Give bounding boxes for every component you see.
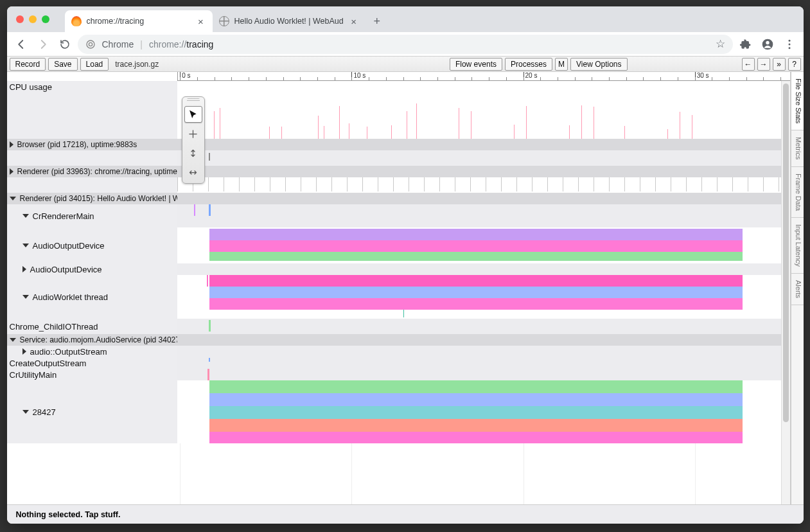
filename-label: trace.json.gz [115,60,159,69]
profile-icon[interactable] [759,35,777,53]
audio-output-device-row-1[interactable]: AudioOutputDevice [7,227,790,263]
chrome-icon [85,39,96,49]
forward-button[interactable] [34,35,52,53]
tab-title: chrome://tracing [87,17,191,26]
extensions-icon[interactable] [737,35,755,53]
chrome-child-io-row[interactable]: Chrome_ChildIOThread [7,319,790,334]
tracks-scroll[interactable]: CPU usage Browser (pid 17218), uptime:98… [7,81,790,504]
tab-strip: chrome://tracing × Hello Audio Worklet! … [7,6,804,32]
omnibox-url: chrome://tracing [149,39,213,49]
svg-point-3 [766,40,769,44]
side-tab-filesize[interactable]: File Size Stats [791,72,804,130]
process-header-renderer-audio[interactable]: Renderer (pid 34015): Hello Audio Workle… [7,193,790,204]
tab-close-icon[interactable]: × [349,16,359,27]
kebab-menu-icon[interactable] [780,35,798,53]
tracing-toolbar: Record Save Load trace.json.gz Flow even… [7,57,804,72]
svg-point-6 [788,47,790,49]
thread-28427-row[interactable]: 28427 [7,380,790,443]
time-ruler[interactable]: 0 s10 s20 s30 s [177,72,790,81]
pointer-tool[interactable] [184,106,202,123]
side-tab-framedata[interactable]: Frame Data [791,167,804,218]
svg-point-5 [788,43,790,45]
process-header-browser[interactable]: Browser (pid 17218), uptime:9883s X [7,139,790,150]
help-button[interactable]: ? [788,58,801,71]
rows: CPU usage Browser (pid 17218), uptime:98… [7,81,790,443]
address-bar[interactable]: Chrome | chrome://tracing ☆ [78,35,733,54]
cpu-usage-track[interactable] [177,81,790,139]
create-output-stream-row[interactable]: CreateOutputStream [7,357,790,369]
cpu-usage-label: CPU usage [7,81,177,139]
new-tab-button[interactable]: + [368,12,386,30]
vertical-scrollbar[interactable] [781,81,790,504]
tab-title: Hello Audio Worklet! | WebAud [234,17,344,26]
audio-output-device-row-2[interactable]: AudioOutputDevice [7,263,790,275]
window-minimize[interactable] [29,15,37,23]
pan-tool[interactable] [184,125,202,142]
tabs: chrome://tracing × Hello Audio Worklet! … [65,6,389,32]
processes-button[interactable]: Processes [505,58,552,71]
favicon-icon [219,16,229,26]
reload-button[interactable] [56,35,74,53]
timing-tool[interactable] [184,164,202,181]
arrow-right-button[interactable]: → [757,58,770,71]
record-button[interactable]: Record [10,58,46,71]
tab-tracing[interactable]: chrome://tracing × [65,10,213,32]
m-button[interactable]: M [555,58,568,71]
renderer-tracing-ticks [7,177,790,193]
view-options-button[interactable]: View Options [570,58,627,71]
side-tab-alerts[interactable]: Alerts [791,274,804,305]
arrow-left-button[interactable]: ← [742,58,755,71]
process-header-renderer-tracing[interactable]: Renderer (pid 33963): chrome://tracing, … [7,166,790,177]
svg-point-0 [87,40,94,48]
window-maximize[interactable] [42,15,49,23]
favicon-icon [71,16,82,26]
tracing-body: 0 s10 s20 s30 s [7,72,804,504]
more-button[interactable]: » [773,58,786,71]
zoom-tool[interactable] [184,145,202,161]
tab-audio-worklet[interactable]: Hello Audio Worklet! | WebAud × [213,10,365,32]
cpu-usage-row: CPU usage [7,81,790,139]
window-controls [16,15,49,23]
tracing-main: 0 s10 s20 s30 s [7,72,791,504]
status-text: Nothing selected. Tap stuff. [16,510,121,519]
status-bar: Nothing selected. Tap stuff. [7,504,804,524]
browser-empty-track [7,150,790,166]
cr-renderer-main-row[interactable]: CrRendererMain [7,204,790,227]
audio-output-stream-row[interactable]: audio::OutputStream [7,346,790,357]
flow-events-button[interactable]: Flow events [450,58,502,71]
window-close[interactable] [16,15,24,23]
process-header-audio-service[interactable]: Service: audio.mojom.AudioService (pid 3… [7,334,790,346]
svg-point-4 [788,39,790,41]
svg-point-1 [89,42,92,46]
bookmark-star-icon[interactable]: ☆ [716,37,725,51]
toolbox[interactable] [182,96,205,184]
side-tab-inputlatency[interactable]: Input Latency [791,218,804,274]
back-button[interactable] [12,35,30,53]
side-tab-metrics[interactable]: Metrics [791,130,804,166]
omnibox-scheme-label: Chrome [102,39,134,49]
load-button[interactable]: Load [80,58,109,71]
save-button[interactable]: Save [48,58,77,71]
tab-close-icon[interactable]: × [196,16,206,27]
browser-toolbar: Chrome | chrome://tracing ☆ [7,32,804,57]
side-tabs: File Size Stats Metrics Frame Data Input… [791,72,804,504]
audio-worklet-thread-row[interactable]: AudioWorklet thread [7,275,790,319]
cr-utility-main-row[interactable]: CrUtilityMain [7,369,790,380]
browser-window: chrome://tracing × Hello Audio Worklet! … [7,6,804,524]
